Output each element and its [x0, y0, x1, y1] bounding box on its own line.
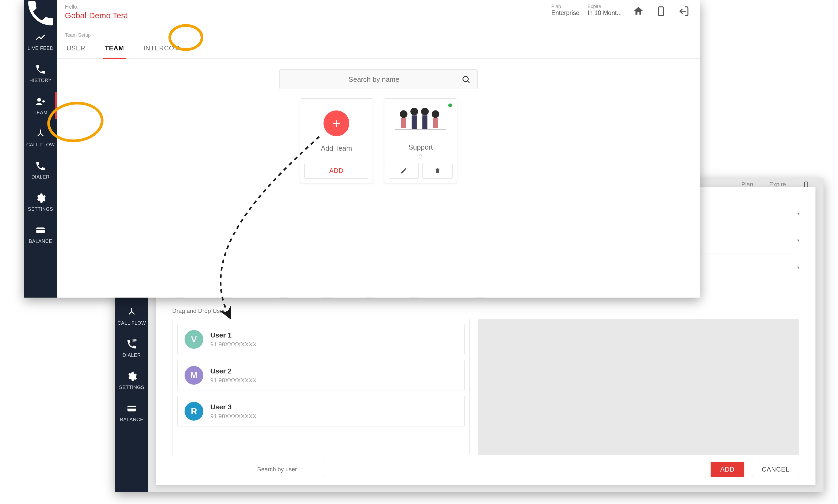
avatar: V: [185, 330, 203, 349]
expire-value: In 10 Mont...: [588, 10, 622, 17]
sip-phone-icon: [35, 160, 46, 172]
plan-value: Enterprise: [551, 10, 579, 17]
chevron-down-icon: ▾: [797, 211, 799, 216]
user-phone: 91 98XXXXXXXX: [210, 377, 257, 384]
avatar: M: [185, 366, 203, 385]
svg-point-7: [37, 98, 41, 102]
user-search[interactable]: [253, 462, 325, 477]
sidebar-label: BALANCE: [120, 417, 143, 422]
sidebar-item-settings[interactable]: SETTINGS: [24, 186, 57, 218]
sidebar-item-balance[interactable]: BALANCE: [24, 218, 57, 250]
add-team-button[interactable]: ADD: [304, 163, 368, 179]
sidebar-label: HISTORY: [30, 78, 52, 83]
user-drop-target[interactable]: [478, 319, 799, 455]
chart-line-icon: [35, 32, 46, 43]
user-phone: 91 98XXXXXXXX: [210, 341, 257, 348]
user-phone: 91 98XXXXXXXX: [210, 413, 257, 420]
search-icon: [461, 75, 471, 84]
svg-rect-10: [659, 7, 663, 16]
card-icon: [126, 403, 137, 414]
svg-rect-15: [401, 118, 406, 128]
user-search-input[interactable]: [257, 466, 331, 473]
sidebar-item-dialer[interactable]: SIP DIALER: [115, 332, 148, 364]
edit-button[interactable]: [389, 163, 419, 179]
svg-line-12: [468, 81, 469, 83]
window-team-setup: LIVE FEED HISTORY TEAM CALL FLOW DIALER …: [24, 0, 700, 298]
add-team-card: + Add Team ADD: [300, 98, 373, 183]
sidebar-label: TEAM: [34, 110, 48, 115]
sidebar-item-balance[interactable]: BALANCE: [115, 396, 148, 429]
tab-team[interactable]: TEAM: [103, 41, 126, 58]
sidebar-label: DIALER: [123, 353, 141, 358]
sidebar-label: BALANCE: [29, 239, 52, 244]
svg-rect-9: [36, 229, 45, 230]
svg-rect-21: [433, 118, 438, 128]
org-name: Gobal-Demo Test: [65, 11, 127, 20]
user-name: User 1: [210, 331, 257, 339]
team-name: Support: [408, 143, 433, 151]
user-source-list: V User 1 91 98XXXXXXXX M User 2 91 98XXX…: [172, 319, 470, 455]
delete-button[interactable]: [422, 163, 453, 179]
svg-point-14: [400, 110, 407, 118]
chevron-down-icon: ▾: [797, 265, 799, 270]
section-label: Team Setup: [65, 33, 700, 38]
card-title: Add Team: [321, 144, 352, 152]
logout-icon[interactable]: [678, 5, 689, 17]
trash-icon: [434, 167, 441, 174]
add-button[interactable]: ADD: [711, 462, 745, 477]
greeting: Hello,: [65, 4, 127, 10]
svg-point-16: [411, 108, 418, 115]
chevron-down-icon: ▾: [797, 238, 799, 243]
mobile-icon[interactable]: [655, 5, 667, 17]
team-count: 2: [419, 153, 422, 160]
branch-icon: [126, 306, 137, 318]
svg-point-20: [432, 110, 439, 118]
tab-intercom[interactable]: INTERCOM: [142, 41, 181, 58]
svg-point-18: [421, 108, 429, 115]
sidebar-item-call-flow[interactable]: CALL FLOW: [115, 300, 148, 332]
user-row[interactable]: M User 2 91 98XXXXXXXX: [177, 360, 465, 391]
tab-user[interactable]: USER: [65, 41, 87, 58]
sidebar-item-dialer[interactable]: DIALER: [24, 154, 57, 186]
gear-icon: [35, 193, 46, 204]
tabs: USER TEAM INTERCOM: [57, 41, 700, 59]
pencil-icon: [400, 167, 407, 174]
sidebar-item-call-flow[interactable]: CALL FLOW: [24, 122, 57, 154]
branch-icon: [35, 128, 46, 139]
svg-text:SIP: SIP: [132, 339, 137, 342]
drag-drop-label: Drag and Drop User: [156, 298, 816, 319]
svg-point-11: [463, 76, 468, 82]
user-name: User 2: [210, 367, 257, 375]
sidebar-item-settings[interactable]: SETTINGS: [115, 364, 148, 396]
sidebar-item-live-feed[interactable]: LIVE FEED: [24, 25, 57, 57]
avatar: R: [185, 402, 203, 421]
plan-label: Plan: [551, 4, 579, 10]
sidebar-item-history[interactable]: HISTORY: [24, 57, 57, 90]
team-search-input[interactable]: [286, 75, 461, 84]
app-logo-icon: [24, 4, 57, 22]
user-name: User 3: [210, 403, 257, 411]
phone-icon: [35, 64, 46, 75]
people-plus-icon: [35, 96, 46, 107]
svg-rect-17: [412, 115, 417, 129]
svg-rect-3: [127, 407, 136, 408]
sidebar-label: SETTINGS: [28, 206, 53, 212]
cancel-button[interactable]: CANCEL: [752, 462, 799, 477]
plus-icon[interactable]: +: [324, 110, 349, 136]
gear-icon: [126, 371, 137, 382]
svg-rect-19: [422, 115, 427, 129]
sidebar-item-team[interactable]: TEAM: [24, 90, 57, 122]
sip-phone-icon: SIP: [126, 339, 137, 350]
sidebar-win1: LIVE FEED HISTORY TEAM CALL FLOW DIALER …: [24, 0, 57, 298]
team-illustration-icon: [395, 106, 446, 135]
user-row[interactable]: V User 1 91 98XXXXXXXX: [177, 324, 465, 355]
card-icon: [35, 224, 46, 236]
svg-rect-13: [395, 129, 446, 130]
status-dot-icon: [448, 104, 452, 107]
sidebar-label: CALL FLOW: [26, 142, 55, 148]
team-card[interactable]: Support 2: [384, 98, 457, 183]
home-icon[interactable]: [632, 5, 644, 17]
sidebar-label: CALL FLOW: [118, 320, 146, 326]
team-search[interactable]: [279, 69, 478, 89]
user-row[interactable]: R User 3 91 98XXXXXXXX: [177, 396, 465, 427]
